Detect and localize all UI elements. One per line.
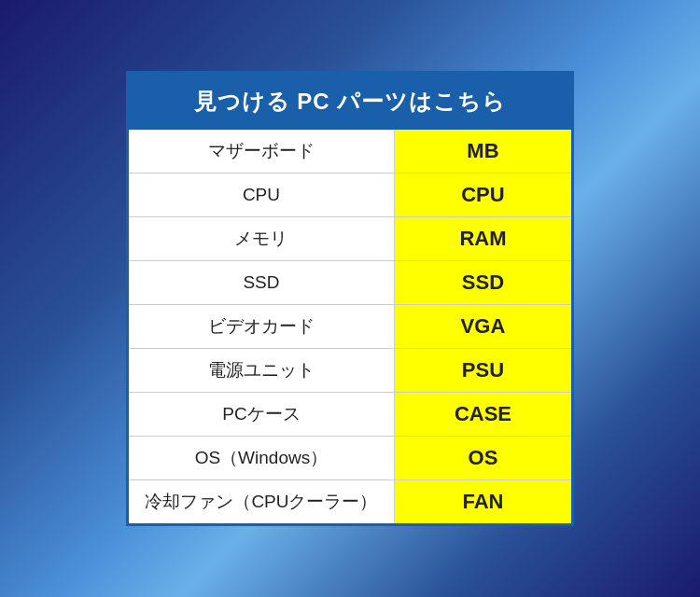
table-row: メモリRAM	[129, 217, 571, 261]
part-name-japanese: ビデオカード	[129, 305, 394, 349]
part-abbreviation: SSD	[394, 261, 571, 305]
part-abbreviation: PSU	[394, 349, 571, 393]
part-name-japanese: SSD	[129, 261, 394, 305]
part-name-japanese: CPU	[129, 174, 394, 217]
part-name-japanese: OS（Windows）	[129, 437, 394, 480]
part-name-japanese: PCケース	[129, 393, 394, 437]
part-abbreviation: CPU	[394, 174, 571, 217]
part-abbreviation: CASE	[394, 393, 571, 437]
table-row: 電源ユニットPSU	[129, 349, 571, 393]
table-row: 冷却ファン（CPUクーラー）FAN	[129, 480, 571, 524]
table-header: 見つける PC パーツはこちら	[129, 74, 571, 130]
table-row: CPUCPU	[129, 174, 571, 217]
table-row: ビデオカードVGA	[129, 305, 571, 349]
part-name-japanese: 冷却ファン（CPUクーラー）	[129, 480, 394, 524]
parts-table-body: マザーボードMBCPUCPUメモリRAMSSDSSDビデオカードVGA電源ユニッ…	[129, 130, 571, 523]
part-abbreviation: OS	[394, 437, 571, 480]
part-name-japanese: 電源ユニット	[129, 349, 394, 393]
pc-parts-table: 見つける PC パーツはこちら マザーボードMBCPUCPUメモリRAMSSDS…	[126, 71, 574, 526]
part-name-japanese: マザーボード	[129, 130, 394, 174]
part-name-japanese: メモリ	[129, 217, 394, 261]
table-row: マザーボードMB	[129, 130, 571, 174]
part-abbreviation: RAM	[394, 217, 571, 261]
part-abbreviation: FAN	[394, 480, 571, 524]
table-row: SSDSSD	[129, 261, 571, 305]
table-row: PCケースCASE	[129, 393, 571, 437]
part-abbreviation: VGA	[394, 305, 571, 349]
table-row: OS（Windows）OS	[129, 437, 571, 480]
part-abbreviation: MB	[394, 130, 571, 174]
